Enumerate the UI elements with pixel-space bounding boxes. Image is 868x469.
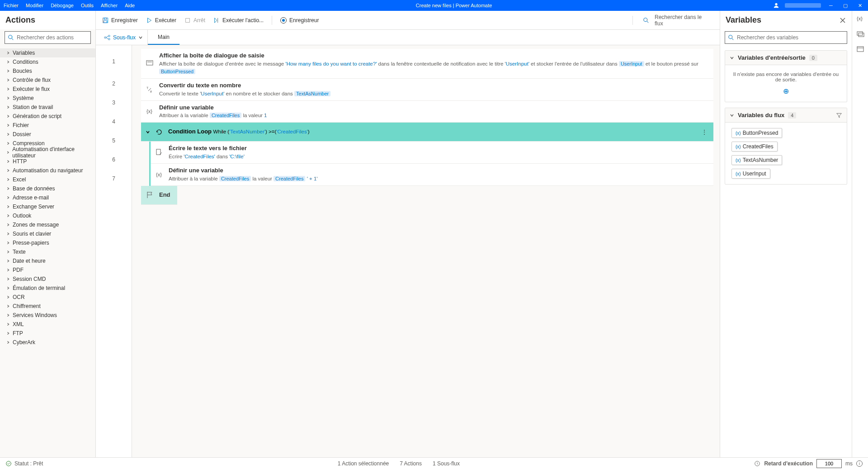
actions-tree[interactable]: VariablesConditionsBouclesContrôle de fl… [0,47,95,457]
action-category-zones-de-message[interactable]: Zones de message [0,220,95,229]
action-category-automatisation-du-navigateur[interactable]: Automatisation du navigateur [0,166,95,175]
chevron-right-icon [6,322,10,326]
filter-icon[interactable] [836,112,842,118]
step-description: Écrire 'CreatedFiles' dans 'C:\file' [169,153,709,161]
action-category-label: Dossier [13,131,31,137]
action-category-label: Zones de message [13,222,59,228]
step-condition-loop[interactable]: Condition Loop While ('TextAsNumber') >=… [141,123,713,142]
images-rail-icon[interactable] [856,30,864,38]
action-category-syst-me[interactable]: Système [0,94,95,103]
chevron-down-icon [138,35,143,40]
action-category--mulation-de-terminal[interactable]: Émulation de terminal [0,284,95,293]
svg-text:{x}: {x} [857,16,863,21]
minimize-button[interactable]: ─ [826,3,835,8]
tab-main[interactable]: Main [148,30,179,45]
svg-rect-26 [857,32,863,35]
run-button[interactable]: Exécuter [146,17,176,24]
maximize-button[interactable]: ▢ [841,3,850,9]
variables-search-input[interactable] [737,34,844,41]
chevron-right-icon [6,87,10,91]
variable-chip-userinput[interactable]: (x)UserInput [731,169,770,179]
step-write-text-to-file[interactable]: Écrire le texte vers le fichier Écrire '… [151,142,713,164]
action-category-variables[interactable]: Variables [0,48,95,57]
action-category-base-de-donn-es[interactable]: Base de données [0,184,95,193]
variable-chip-buttonpressed[interactable]: (x)ButtonPressed [731,128,782,138]
step-title: Définir une variable [159,104,709,112]
step-end[interactable]: End [141,186,177,205]
variable-chip-textasnumber[interactable]: (x)TextAsNumber [731,155,782,165]
run-action-button[interactable]: Exécuter l'actio... [213,17,264,24]
action-category-g-n-ration-de-script[interactable]: Génération de script [0,112,95,121]
action-category-pdf[interactable]: PDF [0,265,95,275]
action-category-exchange-server[interactable]: Exchange Server [0,202,95,211]
menu-aide[interactable]: Aide [125,3,135,8]
flow-count-badge: 4 [788,112,796,118]
step-display-input-dialog[interactable]: Afficher la boîte de dialogue de saisie … [141,49,713,79]
actions-count: 7 Actions [400,460,422,467]
action-category-fichier[interactable]: Fichier [0,121,95,130]
menu-afficher[interactable]: Afficher [101,3,118,8]
action-category-session-cmd[interactable]: Session CMD [0,275,95,284]
action-category-ftp[interactable]: FTP [0,329,95,338]
variable-icon: {x} [155,171,163,179]
close-panel-icon[interactable] [839,17,846,24]
action-category-label: Compression [13,140,45,147]
action-category-boucles[interactable]: Boucles [0,66,95,76]
delay-input[interactable] [816,459,842,468]
close-button[interactable]: ✕ [855,3,864,9]
action-category-cyberark[interactable]: CyberArk [0,338,95,347]
collapse-icon[interactable] [146,130,150,134]
io-empty-message: Il n'existe pas encore de variables d'en… [730,71,842,82]
step-set-variable[interactable]: {x} Définir une variable Attribuer à la … [141,101,713,123]
svg-line-2 [12,38,14,40]
action-category-label: Chiffrement [13,303,41,309]
save-button[interactable]: Enregistrer [102,17,138,24]
step-set-variable-2[interactable]: {x} Définir une variable Attribuer à la … [151,164,713,186]
action-category-ex-cuter-le-flux[interactable]: Exécuter le flux [0,85,95,94]
subflows-dropdown[interactable]: Sous-flux [99,30,148,45]
variable-icon: (x) [736,171,741,176]
svg-point-8 [644,18,647,21]
action-category-dossier[interactable]: Dossier [0,130,95,139]
action-category-services-windows[interactable]: Services Windows [0,311,95,320]
action-category-ocr[interactable]: OCR [0,293,95,302]
action-category-presse-papiers[interactable]: Presse-papiers [0,238,95,247]
add-io-variable-button[interactable]: ⊕ [730,87,842,95]
menu-fichier[interactable]: Fichier [4,3,19,8]
chevron-right-icon [6,250,10,254]
flag-icon [146,191,154,199]
variables-search[interactable] [725,31,847,44]
menu-modifier[interactable]: Modifier [26,3,43,8]
recorder-button[interactable]: Enregistreur [280,17,319,24]
action-category-date-et-heure[interactable]: Date et heure [0,256,95,265]
svg-point-30 [6,461,11,466]
io-variables-header[interactable]: Variables d'entrée/sortie 0 [725,51,847,65]
variable-rail-icon[interactable]: {x} [856,14,864,23]
ui-elements-rail-icon[interactable] [856,45,864,53]
flow-variables-header[interactable]: Variables du flux 4 [725,108,847,123]
menu-debogage[interactable]: Débogage [51,3,74,8]
action-category-texte[interactable]: Texte [0,247,95,256]
action-category-conditions[interactable]: Conditions [0,57,95,66]
action-category-outlook[interactable]: Outlook [0,211,95,220]
action-category-station-de-travail[interactable]: Station de travail [0,103,95,112]
user-icon[interactable] [773,2,779,9]
actions-search[interactable] [5,31,91,44]
flow-search[interactable]: Rechercher dans le flux [641,14,713,27]
variable-chip-createdfiles[interactable]: (x)CreatedFiles [731,142,778,152]
svg-line-24 [732,38,734,40]
menu-outils[interactable]: Outils [81,3,94,8]
action-category-adresse-e-mail[interactable]: Adresse e-mail [0,193,95,202]
chevron-right-icon [6,286,10,290]
step-convert-text-to-number[interactable]: T# Convertir du texte en nombre Converti… [141,79,713,101]
action-category-xml[interactable]: XML [0,320,95,329]
action-category-contr-le-de-flux[interactable]: Contrôle de flux [0,76,95,85]
save-icon [102,17,108,24]
more-menu[interactable]: ⋮ [700,129,709,135]
info-icon[interactable]: i [856,460,863,467]
action-category-excel[interactable]: Excel [0,175,95,184]
action-category-souris-et-clavier[interactable]: Souris et clavier [0,229,95,238]
action-category-chiffrement[interactable]: Chiffrement [0,302,95,311]
actions-search-input[interactable] [17,34,88,41]
action-category-automatisation-d-interface-utilisateur[interactable]: Automatisation d'interface utilisateur [0,148,95,157]
